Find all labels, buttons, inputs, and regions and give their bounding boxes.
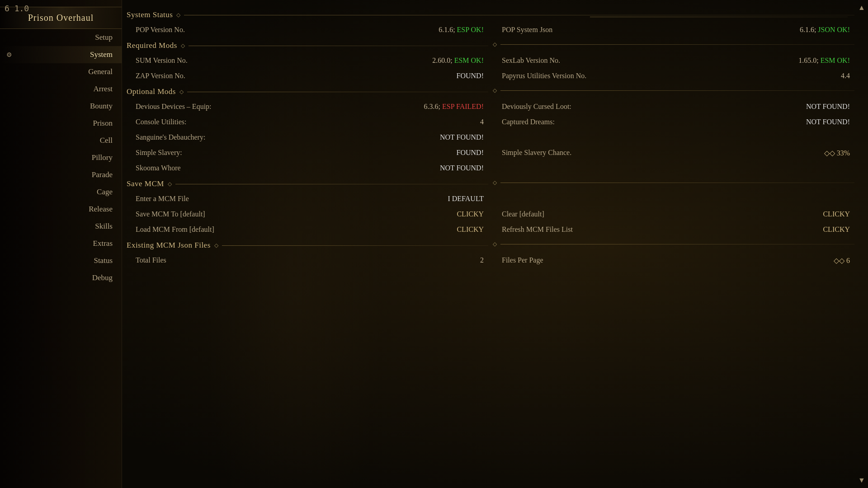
sidebar-item-extras[interactable]: Extras — [0, 235, 122, 252]
deviously-cursed-label: Deviously Cursed Loot: — [502, 103, 571, 111]
simple-slavery-label: Simple Slavery: — [136, 149, 182, 157]
required-mods-left: SUM Version No. 2.60.0; ESM OK! ZAP Vers… — [127, 53, 488, 84]
pop-json-label: POP System Json — [502, 26, 552, 34]
sidebar-item-pillory[interactable]: Pillory — [0, 149, 122, 166]
sidebar-item-release[interactable]: Release — [0, 201, 122, 218]
pop-json-number: 6.1.6; — [800, 26, 818, 33]
sidebar-item-cage[interactable]: Cage — [0, 183, 122, 201]
sum-version-number: 2.60.0; — [432, 56, 454, 64]
sidebar: 6 1.0 Prison Overhaul Setup ⚙ System Gen… — [0, 0, 122, 488]
save-mcm-header-left: Save MCM ◇ — [127, 176, 488, 191]
files-per-page-label: Files Per Page — [502, 256, 543, 264]
devious-devices-status: ESP FAILED! — [442, 103, 484, 110]
optional-mods-right: Deviously Cursed Loot: NOT FOUND! Captur… — [493, 99, 854, 176]
save-mcm-header-r: ◇ — [493, 176, 854, 189]
sexlab-version-row: SexLab Version No. 1.65.0; ESM OK! — [493, 53, 854, 68]
enter-mcm-file-value[interactable]: I DEFAULT — [448, 195, 484, 203]
optional-mods-headers: Optional Mods ◇ ◇ — [127, 84, 854, 99]
refresh-mcm-button[interactable]: CLICKY — [823, 225, 850, 234]
captured-dreams-row: Captured Dreams: NOT FOUND! — [493, 114, 854, 130]
divider-icon-3r: ◇ — [493, 87, 497, 94]
devious-devices-row: Devious Devices – Equip: 6.3.6; ESP FAIL… — [127, 99, 488, 114]
arrest-label: Arrest — [94, 84, 113, 94]
release-label: Release — [89, 205, 113, 214]
debug-label: Debug — [92, 273, 113, 282]
sidebar-item-arrest[interactable]: Arrest — [0, 80, 122, 98]
sidebar-item-setup[interactable]: Setup — [0, 29, 122, 46]
save-mcm-header-right: ◇ — [493, 176, 854, 191]
empty-row-2 — [493, 160, 854, 176]
scroll-bar[interactable]: ▲ ▼ — [858, 0, 866, 488]
save-mcm-empty-row — [493, 191, 854, 206]
zap-version-row: ZAP Version No. FOUND! — [127, 68, 488, 84]
simple-slavery-row: Simple Slavery: FOUND! — [127, 145, 488, 160]
divider-icon-5: ◇ — [214, 242, 218, 249]
enter-mcm-file-row: Enter a MCM File I DEFAULT — [127, 191, 488, 206]
refresh-mcm-row: Refresh MCM Files List CLICKY — [493, 222, 854, 237]
cell-label: Cell — [100, 136, 113, 145]
existing-mcm-header-right: ◇ — [493, 237, 854, 253]
bounty-label: Bounty — [90, 102, 113, 111]
optional-mods-left: Devious Devices – Equip: 6.3.6; ESP FAIL… — [127, 99, 488, 176]
sidebar-item-debug[interactable]: Debug — [0, 269, 122, 286]
divider-line-3 — [187, 92, 488, 92]
sidebar-item-prison[interactable]: Prison — [0, 115, 122, 132]
required-mods-header-right: ◇ — [493, 38, 854, 53]
papyrus-version-label: Papyrus Utilities Version No. — [502, 72, 586, 80]
prison-label: Prison — [93, 119, 113, 128]
divider-icon-4r: ◇ — [493, 179, 497, 186]
devious-devices-label: Devious Devices – Equip: — [136, 103, 212, 111]
scroll-down-arrow[interactable]: ▼ — [858, 476, 865, 484]
sexlab-esm-status: ESM OK! — [821, 56, 850, 64]
general-label: General — [88, 67, 113, 76]
divider-line-4r — [500, 183, 854, 183]
sidebar-item-skills[interactable]: Skills — [0, 218, 122, 235]
divider-line-3r — [500, 90, 854, 91]
save-mcm-to-button[interactable]: CLICKY — [457, 210, 484, 218]
total-files-value: 2 — [480, 256, 484, 264]
sidebar-item-system[interactable]: ⚙ System — [0, 46, 122, 63]
divider-icon-3: ◇ — [179, 89, 184, 95]
files-per-page-value[interactable]: ◇◇ 6 — [834, 256, 850, 265]
save-mcm-title: Save MCM — [127, 179, 164, 188]
total-files-row: Total Files 2 — [127, 253, 488, 268]
load-mcm-from-label: Load MCM From [default] — [136, 225, 214, 234]
required-mods-header-r: ◇ — [493, 38, 854, 51]
sidebar-item-parade[interactable]: Parade — [0, 166, 122, 183]
divider-line-5 — [222, 245, 488, 246]
existing-mcm-title: Existing MCM Json Files — [127, 241, 211, 250]
optional-mods-header-r: ◇ — [493, 84, 854, 97]
clear-default-button[interactable]: CLICKY — [823, 210, 850, 218]
captured-dreams-label: Captured Dreams: — [502, 118, 555, 126]
sidebar-item-status[interactable]: Status — [0, 252, 122, 269]
existing-mcm-right: Files Per Page ◇◇ 6 — [493, 253, 854, 268]
pop-version-value: 6.1.6; ESP OK! — [439, 26, 484, 34]
scroll-up-arrow[interactable]: ▲ — [858, 4, 865, 12]
save-mcm-headers: Save MCM ◇ ◇ — [127, 176, 854, 191]
devious-devices-version: 6.3.6; — [424, 103, 442, 110]
pop-json-status: JSON OK! — [818, 26, 850, 33]
status-label: Status — [94, 256, 113, 265]
load-mcm-from-row: Load MCM From [default] CLICKY — [127, 222, 488, 237]
required-mods-header: Required Mods ◇ — [127, 38, 488, 53]
sidebar-item-bounty[interactable]: Bounty — [0, 98, 122, 115]
sidebar-item-cell[interactable]: Cell — [0, 132, 122, 149]
sanguine-row: Sanguine's Debauchery: NOT FOUND! — [127, 130, 488, 145]
pop-json-value: 6.1.6; JSON OK! — [800, 26, 850, 34]
parade-label: Parade — [92, 170, 113, 179]
optional-mods-header: Optional Mods ◇ — [127, 84, 488, 99]
extras-label: Extras — [93, 239, 113, 248]
sidebar-item-general[interactable]: General — [0, 63, 122, 80]
load-mcm-from-button[interactable]: CLICKY — [457, 225, 484, 234]
sum-version-row: SUM Version No. 2.60.0; ESM OK! — [127, 53, 488, 68]
pop-version-number: 6.1.6; — [439, 26, 457, 33]
save-mcm-to-label: Save MCM To [default] — [136, 210, 205, 218]
pillory-label: Pillory — [92, 153, 113, 162]
simple-slavery-chance-value[interactable]: ◇◇ 33% — [824, 149, 850, 157]
existing-mcm-header-left: Existing MCM Json Files ◇ — [127, 237, 488, 253]
divider-icon-5r: ◇ — [493, 241, 497, 248]
simple-slavery-chance-row: Simple Slavery Chance. ◇◇ 33% — [493, 145, 854, 160]
existing-mcm-content: Total Files 2 Files Per Page ◇◇ 6 — [127, 253, 854, 268]
divider-icon-2: ◇ — [181, 42, 185, 49]
pop-json-row: POP System Json 6.1.6; JSON OK! — [493, 22, 854, 38]
